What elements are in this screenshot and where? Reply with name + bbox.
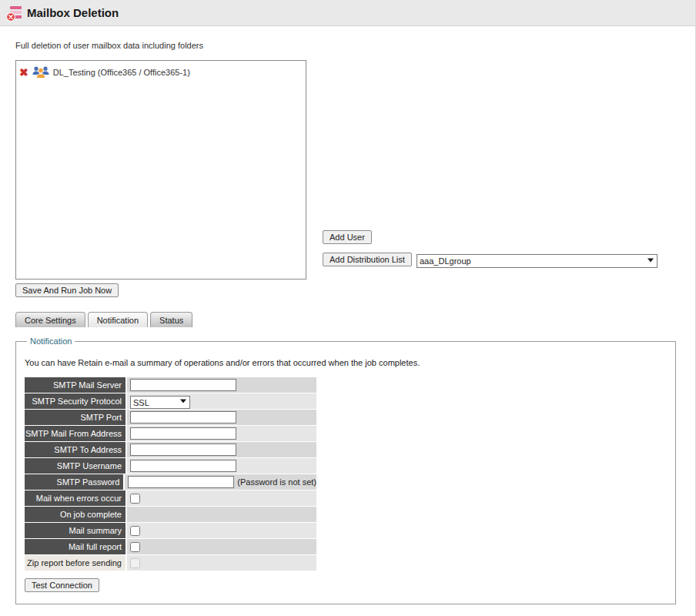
form-row: SMTP Port bbox=[25, 410, 316, 425]
notification-intro-text: You can have Retain e-mail a summary of … bbox=[25, 358, 675, 367]
member-listbox[interactable]: ✖ DL_Testing (Office365 / Office365-1) bbox=[15, 60, 306, 280]
password-not-set-note: (Password is not set) bbox=[237, 477, 316, 487]
mailbox-deletion-page: Mailbox Deletion Full deletion of user m… bbox=[0, 0, 696, 616]
on-job-complete-label: On job complete bbox=[25, 507, 125, 522]
page-title: Mailbox Deletion bbox=[27, 6, 119, 19]
save-and-run-job-button[interactable]: Save And Run Job Now bbox=[15, 283, 119, 297]
tab-core-settings[interactable]: Core Settings bbox=[15, 312, 85, 327]
titlebar: Mailbox Deletion bbox=[0, 0, 695, 26]
mail-summary-label: Mail summary bbox=[25, 523, 125, 538]
distribution-list-select[interactable]: aaa_DLgroup bbox=[417, 254, 658, 268]
smtp-port-input[interactable] bbox=[130, 411, 236, 424]
mail-when-errors-checkbox[interactable] bbox=[130, 494, 140, 504]
form-row: On job complete bbox=[25, 507, 316, 522]
smtp-to-address-input[interactable] bbox=[130, 444, 236, 456]
form-row: Zip report before sending bbox=[25, 555, 316, 571]
form-row: SMTP Mail Server bbox=[25, 377, 316, 393]
smtp-mail-from-input[interactable] bbox=[130, 427, 236, 440]
tab-bar: Core Settings Notification Status bbox=[15, 312, 192, 327]
mail-full-report-checkbox[interactable] bbox=[130, 542, 140, 552]
smtp-mail-server-input[interactable] bbox=[130, 379, 236, 391]
form-row: SMTP Username bbox=[25, 458, 316, 474]
zip-report-label: Zip report before sending bbox=[25, 555, 125, 571]
smtp-password-input[interactable] bbox=[128, 476, 234, 488]
tab-notification[interactable]: Notification bbox=[88, 312, 148, 327]
tab-status[interactable]: Status bbox=[150, 312, 192, 327]
smtp-mail-server-label: SMTP Mail Server bbox=[25, 377, 125, 393]
mail-when-errors-label: Mail when errors occur bbox=[25, 490, 125, 506]
notification-panel: Notification You can have Retain e-mail … bbox=[15, 336, 676, 604]
smtp-security-protocol-select-wrap: SSL bbox=[130, 395, 190, 408]
smtp-security-protocol-label: SMTP Security Protocol bbox=[25, 393, 125, 409]
form-row: Mail full report bbox=[25, 539, 316, 554]
notification-panel-legend: Notification bbox=[27, 336, 75, 346]
add-user-button[interactable]: Add User bbox=[323, 230, 372, 244]
zip-report-checkbox bbox=[130, 558, 140, 568]
form-row: Mail when errors occur bbox=[25, 490, 316, 506]
on-job-complete-spacer bbox=[127, 507, 316, 522]
form-row: SMTP Password (Password is not set) bbox=[25, 474, 316, 490]
smtp-username-input[interactable] bbox=[130, 460, 236, 472]
member-label: DL_Testing (Office365 / Office365-1) bbox=[53, 68, 190, 77]
test-connection-button[interactable]: Test Connection bbox=[25, 578, 99, 592]
smtp-to-address-label: SMTP To Address bbox=[25, 442, 125, 457]
layers-with-red-x-icon bbox=[5, 4, 24, 22]
add-distribution-list-button[interactable]: Add Distribution List bbox=[323, 253, 412, 266]
distribution-list-select-wrap: aaa_DLgroup bbox=[417, 253, 658, 267]
member-list-item[interactable]: ✖ DL_Testing (Office365 / Office365-1) bbox=[19, 65, 303, 79]
smtp-mail-from-label: SMTP Mail From Address bbox=[25, 426, 125, 441]
smtp-security-protocol-select[interactable]: SSL bbox=[130, 396, 190, 409]
distribution-list-group-icon bbox=[32, 65, 50, 79]
mail-summary-checkbox[interactable] bbox=[130, 526, 140, 536]
form-row: SMTP To Address bbox=[25, 442, 316, 457]
form-row: Mail summary bbox=[25, 523, 316, 538]
form-row: SMTP Mail From Address bbox=[25, 426, 316, 441]
smtp-password-label: SMTP Password bbox=[25, 474, 123, 490]
smtp-port-label: SMTP Port bbox=[25, 410, 125, 425]
mail-full-report-label: Mail full report bbox=[25, 539, 125, 554]
page-description: Full deletion of user mailbox data inclu… bbox=[15, 41, 203, 50]
form-row: SMTP Security Protocol SSL bbox=[25, 393, 316, 409]
remove-member-icon[interactable]: ✖ bbox=[19, 67, 28, 78]
smtp-username-label: SMTP Username bbox=[25, 458, 125, 474]
smtp-settings-form: SMTP Mail Server SMTP Security Protocol … bbox=[25, 377, 316, 571]
